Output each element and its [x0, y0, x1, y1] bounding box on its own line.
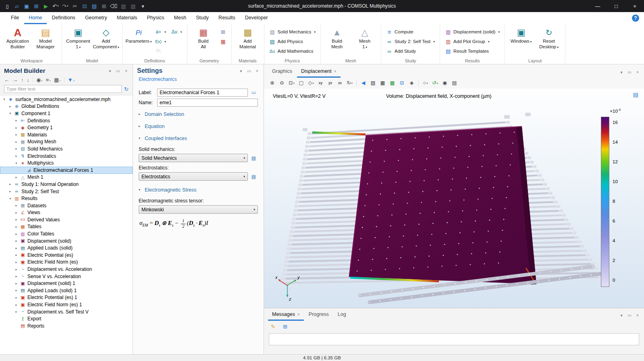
- tree-node-applied-loads-solid[interactable]: ▸▤Applied Loads (solid): [0, 244, 133, 252]
- node-grouping-button[interactable]: ▦▾: [54, 77, 61, 83]
- tree-node-study-1-normal-operation[interactable]: ▸∞Study 1: Normal Operation: [0, 181, 133, 188]
- lock-view-button[interactable]: ◈: [407, 79, 416, 87]
- duplicate-button[interactable]: ⊞: [99, 1, 109, 11]
- close-panel-icon[interactable]: ×: [635, 313, 640, 318]
- menu-tab-materials[interactable]: Materials: [112, 12, 142, 24]
- tree-node-tables[interactable]: ▸▦Tables: [0, 223, 133, 231]
- open-in-table-button[interactable]: ⊞: [281, 322, 289, 331]
- float-panel-icon[interactable]: ▭: [116, 69, 120, 73]
- tree-node-export[interactable]: ↥Export: [0, 315, 133, 322]
- help-button[interactable]: ?: [632, 14, 639, 22]
- tree-node-solid-mechanics[interactable]: ▸▧Solid Mechanics: [0, 145, 133, 153]
- float-panel-icon[interactable]: ▭: [247, 69, 251, 73]
- panel-menu-icon[interactable]: ▾: [619, 313, 624, 318]
- close-button[interactable]: ×: [625, 0, 644, 12]
- environment-reflections-button[interactable]: ↺▾: [431, 79, 439, 87]
- collapsed-arrow-icon[interactable]: ▸: [15, 232, 18, 236]
- copy-button[interactable]: ⊡: [80, 1, 89, 11]
- windows-button[interactable]: ▣Windows▾: [508, 25, 534, 45]
- geometry-grid-button[interactable]: ▦: [218, 37, 229, 46]
- add-physics-button[interactable]: ▧Add Physics: [267, 37, 318, 46]
- tree-node-datasets[interactable]: ▸▦Datasets: [0, 202, 133, 209]
- scene-light-button[interactable]: ○▾: [421, 79, 430, 87]
- tree-node-electric-field-norm-es-1[interactable]: ▸▣Electric Field Norm (es) 1: [0, 301, 133, 308]
- menu-tab-definitions[interactable]: Definitions: [48, 12, 80, 24]
- section-domain-selection[interactable]: ▸ Domain Selection: [139, 109, 258, 120]
- tree-node-derived-values[interactable]: ▸8.5Derived Values: [0, 216, 133, 223]
- tab-messages[interactable]: Messages×: [268, 309, 304, 321]
- section-coupled-interfaces[interactable]: ▾ Coupled Interfaces: [139, 133, 258, 144]
- zoom-in-button[interactable]: ⊕: [268, 79, 276, 87]
- expanded-arrow-icon[interactable]: ▾: [8, 197, 12, 200]
- menu-tab-mesh[interactable]: Mesh: [170, 12, 191, 24]
- go-forward-button[interactable]: →: [12, 77, 18, 83]
- tab-progress[interactable]: Progress: [305, 309, 333, 321]
- collapsed-arrow-icon[interactable]: ▸: [15, 274, 18, 278]
- collapsed-arrow-icon[interactable]: ▸: [8, 190, 12, 193]
- tree-node-applied-loads-solid-1[interactable]: ▸▤Applied Loads (solid) 1: [0, 287, 133, 294]
- label-field-input[interactable]: [157, 89, 248, 97]
- application-builder-button[interactable]: AApplicationBuilder: [4, 25, 31, 51]
- tree-node-multiphysics[interactable]: ▾∗Multiphysics: [0, 159, 133, 167]
- tab-log[interactable]: Log: [334, 309, 350, 321]
- rename-label-button[interactable]: ▭: [249, 88, 258, 97]
- component-1-button[interactable]: ▣Component1▾: [65, 25, 91, 51]
- add-component-button[interactable]: ◇AddComponent▾: [93, 25, 119, 51]
- close-panel-icon[interactable]: ×: [124, 69, 129, 73]
- reset-desktop-button[interactable]: ↻ResetDesktop▾: [536, 25, 562, 51]
- tree-node-displacement-vs-self-test-v[interactable]: ▸~Displacement vs. Self Test V: [0, 308, 133, 316]
- tree-node-displacement-solid[interactable]: ▸▣Displacement (solid): [0, 237, 133, 245]
- mesh-1-button[interactable]: △Mesh1▾: [351, 25, 378, 51]
- refresh-filter-icon[interactable]: ↻: [124, 87, 129, 92]
- cut-button[interactable]: ✂: [70, 1, 80, 11]
- tree-node-materials[interactable]: ▸▩Materials: [0, 131, 133, 138]
- result-templates-button[interactable]: ▤Result Templates: [443, 47, 502, 56]
- tree-node-electric-field-norm-es[interactable]: ▸▣Electric Field Norm (es): [0, 259, 133, 266]
- close-panel-icon[interactable]: ×: [635, 70, 640, 74]
- expanded-arrow-icon[interactable]: ▾: [8, 111, 12, 115]
- show-plot-grid-button[interactable]: ▩: [388, 79, 397, 87]
- delete-button[interactable]: ⌫: [109, 1, 118, 11]
- solid-mechanics-select[interactable]: Solid Mechanics ▾: [139, 154, 248, 162]
- collapsed-arrow-icon[interactable]: ▸: [15, 119, 18, 122]
- float-panel-icon[interactable]: ▭: [627, 70, 632, 74]
- collapsed-arrow-icon[interactable]: ▸: [15, 239, 18, 243]
- collapsed-arrow-icon[interactable]: ▸: [15, 133, 18, 136]
- collapsed-arrow-icon[interactable]: ▸: [15, 140, 18, 144]
- build-all-button[interactable]: ▦BuildAll: [190, 25, 217, 51]
- stress-tensor-select[interactable]: Minkowski ▾: [139, 205, 258, 214]
- show-options-button[interactable]: ◉▾: [36, 77, 43, 83]
- show-material-button[interactable]: ▦: [378, 79, 387, 87]
- panel-menu-icon[interactable]: ▾: [239, 69, 243, 73]
- menu-tab-results[interactable]: Results: [214, 12, 240, 24]
- collapsed-arrow-icon[interactable]: ▸: [8, 182, 12, 186]
- undo-button[interactable]: ↶▾: [51, 1, 60, 11]
- tree-node-moving-mesh[interactable]: ▸▦Moving Mesh: [0, 138, 133, 146]
- open-button[interactable]: ▱: [12, 1, 22, 11]
- collapsed-arrow-icon[interactable]: ▸: [15, 147, 18, 151]
- collapsed-arrow-icon[interactable]: ▸: [15, 154, 18, 158]
- nonlocal-couplings-button[interactable]: Δu▾: [169, 27, 184, 36]
- collapsed-arrow-icon[interactable]: ▸: [15, 282, 18, 285]
- collapsed-arrow-icon[interactable]: ▸: [15, 253, 18, 257]
- tree-node-results[interactable]: ▾▥Results: [0, 195, 133, 202]
- collapsed-arrow-icon[interactable]: ▸: [8, 105, 12, 108]
- graphics-canvas[interactable]: VtestL=0 V, VtestR=2 V Volume: Displacem…: [264, 89, 644, 308]
- test-application-button[interactable]: ▶: [41, 1, 51, 11]
- section-electromagnetic-stress[interactable]: ▾ Electromagnetic Stress: [139, 184, 258, 195]
- compact-history-button[interactable]: ▧: [118, 1, 128, 11]
- menu-tab-home[interactable]: Home: [24, 12, 46, 24]
- transparency-button[interactable]: ▨: [369, 79, 377, 87]
- tree-node-global-definitions[interactable]: ▸⊕Global Definitions: [0, 103, 133, 110]
- insert-sequence-button[interactable]: ⊞: [218, 27, 229, 36]
- maximize-button[interactable]: □: [607, 0, 625, 12]
- variables-button[interactable]: a=▾: [153, 27, 168, 36]
- minimize-button[interactable]: —: [588, 0, 607, 12]
- customize-toolbar-button[interactable]: ▾: [138, 1, 147, 11]
- clear-messages-button[interactable]: ✎: [269, 322, 277, 331]
- go-to-electrostatics-button[interactable]: ▤: [249, 172, 258, 181]
- collapsed-arrow-icon[interactable]: ▸: [15, 289, 18, 292]
- view-zx-button[interactable]: zx: [336, 79, 344, 87]
- messages-content[interactable]: [269, 333, 639, 345]
- parameters-button[interactable]: PiParameters▾: [125, 25, 152, 45]
